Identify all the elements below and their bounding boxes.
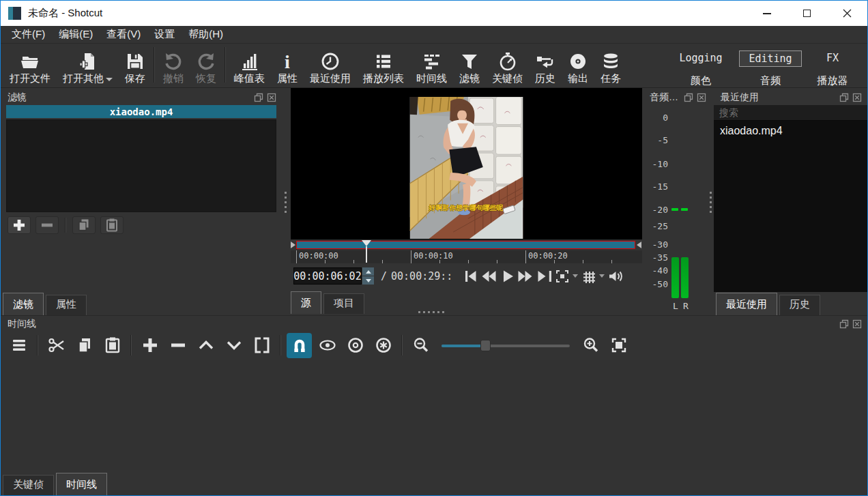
zoom-fit-button[interactable]	[606, 333, 631, 358]
cut-button[interactable]	[44, 333, 69, 358]
playlist-button[interactable]: 播放列表	[357, 46, 410, 84]
rewind-button[interactable]	[479, 268, 497, 285]
current-time-value[interactable]: 00:00:06:02	[293, 267, 362, 285]
float-panel-button[interactable]	[254, 93, 263, 102]
time-spin-up-button[interactable]	[362, 267, 374, 276]
close-panel-button[interactable]	[852, 93, 862, 102]
slider-handle[interactable]	[480, 340, 491, 351]
paste-icon	[104, 218, 119, 233]
splitter-handle[interactable]	[710, 192, 712, 213]
volume-button[interactable]	[606, 268, 624, 285]
tab-history[interactable]: 历史	[779, 295, 820, 315]
ripple-toggle-button[interactable]	[343, 333, 368, 358]
close-panel-button[interactable]	[267, 93, 276, 102]
copy-filters-button[interactable]	[72, 216, 96, 234]
splitter-handle[interactable]	[418, 311, 444, 313]
add-filter-button[interactable]	[8, 216, 31, 234]
zoom-dropdown-button[interactable]	[571, 274, 579, 278]
selected-clip-bar[interactable]: xiaodao.mp4	[6, 105, 276, 118]
toolbar-separator	[280, 335, 281, 355]
minimize-button[interactable]	[747, 1, 787, 26]
close-button[interactable]	[827, 1, 867, 26]
layout-logging[interactable]: Logging	[667, 50, 735, 67]
timeline-tracks-area[interactable]	[1, 360, 867, 470]
remove-filter-button[interactable]	[35, 216, 59, 234]
skip-to-end-button[interactable]	[534, 268, 553, 285]
recent-button[interactable]: 最近使用	[304, 46, 357, 84]
zoom-fit-toggle-button[interactable]	[553, 268, 571, 285]
open-other-button[interactable]: 打开其他	[57, 46, 119, 84]
tab-filters[interactable]: 滤镜	[3, 293, 44, 315]
search-input[interactable]	[714, 105, 867, 121]
playhead[interactable]	[362, 240, 371, 263]
menu-file[interactable]: 文件(F)	[5, 27, 52, 42]
scrub-bar[interactable]	[296, 241, 635, 249]
close-panel-button[interactable]	[697, 93, 706, 102]
splitter-handle[interactable]	[285, 192, 287, 213]
time-ruler[interactable]: 00:00:00 00:00:10 00:00:20	[291, 250, 642, 263]
zoom-in-button[interactable]	[578, 333, 603, 358]
history-button[interactable]: 历史	[529, 46, 562, 84]
layout-fx[interactable]: FX	[806, 50, 859, 67]
timeline-menu-button[interactable]	[6, 333, 31, 358]
open-folder-icon	[20, 52, 40, 71]
redo-button[interactable]: 恢复	[190, 46, 222, 84]
menu-edit[interactable]: 编辑(E)	[52, 27, 100, 42]
float-panel-button[interactable]	[839, 319, 849, 329]
lift-button[interactable]	[193, 333, 218, 358]
overwrite-button[interactable]	[221, 333, 246, 358]
skip-to-start-button[interactable]	[461, 268, 479, 285]
paste-filters-button[interactable]	[100, 216, 124, 234]
open-file-button[interactable]: 打开文件	[3, 46, 57, 84]
append-button[interactable]	[137, 333, 162, 358]
tab-properties[interactable]: 属性	[46, 295, 87, 315]
time-spin-down-button[interactable]	[362, 276, 374, 285]
tab-timeline[interactable]: 时间线	[56, 473, 107, 495]
grid-dropdown-button[interactable]	[598, 274, 606, 278]
layout-color[interactable]: 颜色	[667, 73, 735, 89]
play-button[interactable]	[497, 268, 516, 285]
menu-help[interactable]: 帮助(H)	[182, 27, 230, 42]
export-button[interactable]: 输出	[562, 46, 594, 84]
filters-button[interactable]: 滤镜	[453, 46, 486, 84]
properties-button[interactable]: i 属性	[271, 46, 304, 84]
list-item[interactable]: xiaodao.mp4	[714, 121, 867, 140]
tab-keyframes[interactable]: 关键侦	[3, 475, 54, 495]
float-panel-button[interactable]	[839, 93, 849, 102]
timeline-button[interactable]: 时间线	[410, 46, 453, 84]
timeline-zoom-slider[interactable]	[442, 340, 570, 351]
tab-source[interactable]: 源	[291, 291, 321, 314]
copy-button[interactable]	[72, 333, 97, 358]
float-panel-button[interactable]	[684, 93, 693, 102]
menu-settings[interactable]: 设置	[147, 27, 182, 42]
zoom-out-button[interactable]	[408, 333, 433, 358]
split-button[interactable]	[249, 333, 274, 358]
ripple-all-tracks-button[interactable]	[371, 333, 396, 358]
jobs-button[interactable]: 任务	[594, 46, 627, 84]
video-preview: 好啊那你想学哪句哪些呢	[409, 97, 523, 239]
keyframes-button[interactable]: 关键侦	[486, 46, 529, 84]
snap-toggle-button[interactable]	[287, 333, 312, 358]
grid-icon	[581, 268, 597, 285]
peak-meter-button[interactable]: 峰值表	[228, 46, 271, 84]
layout-audio[interactable]: 音频	[735, 73, 806, 89]
out-point-marker-icon[interactable]	[637, 242, 641, 248]
ripple-delete-button[interactable]	[165, 333, 190, 358]
peak-meter-icon	[240, 52, 259, 71]
grid-button[interactable]	[579, 268, 598, 285]
undo-button[interactable]: 撤销	[157, 46, 190, 84]
layout-player[interactable]: 播放器	[806, 73, 859, 89]
in-point-marker-icon[interactable]	[291, 242, 295, 248]
maximize-button[interactable]	[787, 1, 827, 26]
menu-view[interactable]: 查看(V)	[100, 27, 147, 42]
tab-project[interactable]: 项目	[323, 293, 364, 314]
fast-forward-button[interactable]	[516, 268, 534, 285]
scrub-while-dragging-button[interactable]	[315, 333, 340, 358]
current-time-spinbox[interactable]: 00:00:06:02	[293, 267, 374, 285]
paste-button[interactable]	[100, 333, 125, 358]
save-button[interactable]: 保存	[119, 46, 151, 84]
close-panel-button[interactable]	[852, 319, 862, 329]
tab-recent[interactable]: 最近使用	[716, 293, 777, 315]
copy-icon	[76, 336, 93, 354]
layout-editing[interactable]: Editing	[739, 50, 802, 67]
